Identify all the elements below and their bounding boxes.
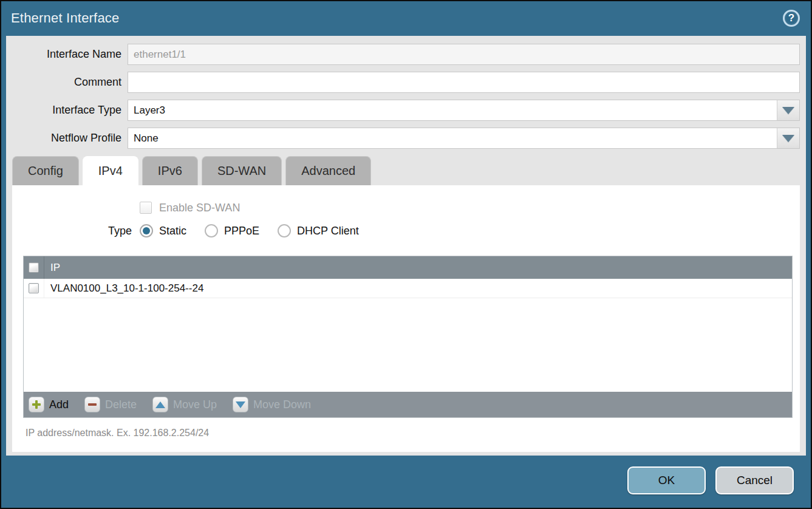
cancel-button[interactable]: Cancel	[715, 466, 794, 494]
enable-sdwan-label: Enable SD-WAN	[159, 202, 240, 214]
ip-format-hint: IP address/netmask. Ex. 192.168.2.254/24	[26, 428, 800, 439]
radio-dot	[143, 227, 150, 234]
netflow-profile-dropdown-button[interactable]	[777, 128, 799, 148]
dialog-body: Interface Name Comment Interface Type La…	[6, 36, 806, 456]
radio-static-label: Static	[159, 225, 186, 237]
select-all-cell	[24, 256, 44, 279]
dialog-titlebar: Ethernet Interface ?	[5, 2, 807, 34]
radio-dot	[281, 227, 288, 234]
comment-field[interactable]	[128, 72, 800, 93]
table-row[interactable]: VLAN0100_L3_10-1-100-254--24	[24, 279, 792, 298]
tab-ipv4[interactable]: IPv4	[83, 156, 138, 185]
ethernet-interface-dialog: Ethernet Interface ? Interface Name Comm…	[0, 0, 812, 509]
radio-option-static[interactable]: Static	[140, 224, 186, 237]
ip-address-table: IP VLAN0100_L3_10-1-100-254--24 Add	[23, 256, 793, 418]
interface-name-row: Interface Name	[6, 44, 800, 65]
comment-label: Comment	[6, 76, 128, 89]
comment-row: Comment	[6, 72, 800, 93]
radio-pppoe[interactable]	[205, 224, 218, 237]
dialog-title: Ethernet Interface	[11, 10, 119, 26]
ip-column-header: IP	[44, 262, 60, 274]
plus-icon	[29, 397, 44, 412]
table-toolbar: Add Delete Move Up Move Down	[24, 392, 792, 417]
radio-dhcp-client-label: DHCP Client	[297, 225, 359, 237]
tab-advanced[interactable]: Advanced	[285, 156, 371, 185]
interface-type-row: Interface Type Layer3	[6, 100, 800, 121]
interface-type-value: Layer3	[128, 100, 777, 120]
delete-button: Delete	[84, 397, 137, 412]
tab-ipv6[interactable]: IPv6	[142, 156, 198, 185]
interface-name-field	[128, 44, 800, 65]
ok-button[interactable]: OK	[627, 466, 706, 494]
radio-option-dhcp-client[interactable]: DHCP Client	[278, 224, 359, 237]
dialog-footer: OK Cancel	[2, 454, 810, 507]
radio-static[interactable]	[140, 224, 153, 237]
enable-sdwan-row: Enable SD-WAN	[12, 185, 800, 215]
move-down-button: Move Down	[233, 397, 311, 412]
radio-pppoe-label: PPPoE	[224, 225, 259, 237]
ip-table-body: VLAN0100_L3_10-1-100-254--24	[24, 279, 792, 392]
chevron-down-icon	[782, 107, 794, 114]
ipv4-tab-panel: Enable SD-WAN Type Static PPPoE DHCP Cli…	[12, 185, 800, 452]
netflow-profile-row: Netflow Profile None	[6, 128, 800, 149]
netflow-profile-value: None	[128, 128, 777, 148]
ip-address-cell[interactable]: VLAN0100_L3_10-1-100-254--24	[44, 282, 203, 295]
type-label: Type	[108, 225, 132, 237]
netflow-profile-label: Netflow Profile	[6, 132, 128, 145]
chevron-down-icon	[782, 135, 794, 142]
row-checkbox[interactable]	[29, 283, 39, 293]
minus-icon	[84, 397, 100, 412]
tab-config[interactable]: Config	[12, 156, 79, 185]
tab-sdwan[interactable]: SD-WAN	[202, 156, 282, 185]
arrow-down-icon	[233, 397, 248, 412]
tab-bar: Config IPv4 IPv6 SD-WAN Advanced	[12, 156, 806, 185]
ip-table-header: IP	[24, 256, 792, 279]
move-down-button-label: Move Down	[253, 398, 311, 411]
interface-type-dropdown[interactable]: Layer3	[128, 100, 800, 121]
delete-button-label: Delete	[105, 398, 137, 411]
interface-type-dropdown-button[interactable]	[777, 100, 799, 120]
row-checkbox-cell	[24, 279, 44, 298]
type-radio-group: Type Static PPPoE DHCP Client	[12, 215, 800, 239]
netflow-profile-dropdown[interactable]: None	[128, 128, 800, 149]
add-button-label: Add	[49, 398, 69, 411]
radio-dot	[208, 227, 215, 234]
select-all-checkbox[interactable]	[29, 262, 39, 273]
radio-dhcp-client[interactable]	[278, 224, 291, 237]
move-up-button-label: Move Up	[173, 398, 217, 411]
interface-name-label: Interface Name	[6, 48, 128, 61]
move-up-button: Move Up	[152, 397, 217, 412]
arrow-up-icon	[152, 397, 168, 412]
help-icon[interactable]: ?	[783, 10, 800, 27]
enable-sdwan-checkbox	[140, 202, 152, 214]
add-button[interactable]: Add	[29, 397, 69, 412]
interface-type-label: Interface Type	[6, 104, 128, 117]
radio-option-pppoe[interactable]: PPPoE	[205, 224, 259, 237]
